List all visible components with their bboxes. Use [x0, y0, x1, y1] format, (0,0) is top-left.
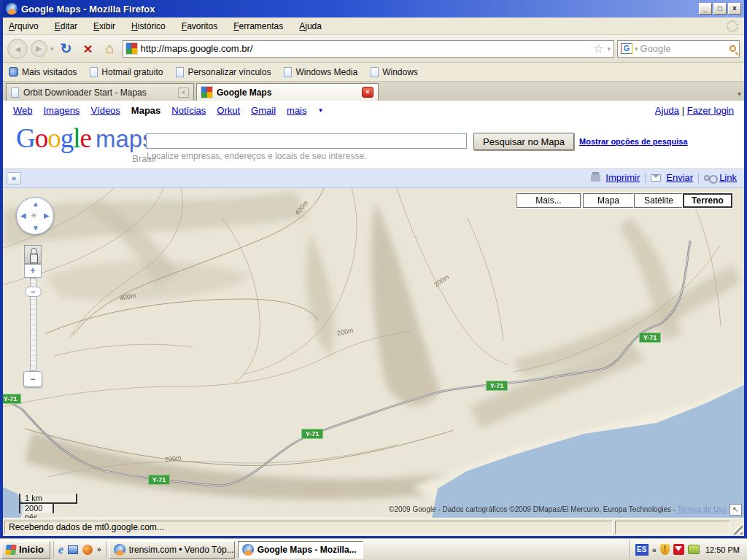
forward-button[interactable]: ▶ — [31, 40, 47, 57]
map-search-button[interactable]: Pesquisar no Mapa — [473, 133, 574, 150]
link-gmail[interactable]: Gmail — [251, 105, 276, 116]
map-type-satelite-button[interactable]: Satélite — [634, 193, 684, 208]
search-engine-icon[interactable]: G — [621, 43, 632, 54]
internet-explorer-icon[interactable]: e — [58, 543, 63, 556]
close-button[interactable]: × — [728, 3, 741, 15]
bookmark-windows-media[interactable]: Windows Media — [284, 67, 357, 77]
menu-ajuda[interactable]: Ajuda — [299, 21, 322, 31]
link-noticias[interactable]: Notícias — [171, 105, 206, 116]
status-bar: Recebendo dados de mt0.google.com... — [3, 518, 744, 536]
map-pan-control[interactable]: ▲ ▼ ◀ ▶ ✳ — [16, 197, 54, 235]
quick-launch-overflow-icon[interactable]: » — [97, 545, 101, 553]
map-canvas[interactable]: Mais... Mapa Satélite Terreno Y-71 Y-71 … — [3, 188, 744, 518]
terms-link[interactable]: Termos de Uso — [678, 505, 727, 513]
title-bar: Google Maps - Mozilla Firefox _ □ × — [3, 0, 744, 18]
zoom-slider-handle[interactable]: − — [25, 287, 42, 297]
menu-historico[interactable]: Histórico — [131, 21, 166, 31]
tab-close-icon[interactable]: × — [362, 87, 374, 98]
pan-up-icon[interactable]: ▲ — [32, 201, 39, 208]
map-type-mapa-button[interactable]: Mapa — [583, 193, 634, 208]
tab-close-icon[interactable]: × — [178, 88, 189, 98]
link-fazer-login[interactable]: Fazer login — [687, 105, 734, 116]
address-bar[interactable]: ☆ ▾ — [123, 40, 614, 58]
back-button[interactable]: ◀ — [7, 39, 28, 59]
language-indicator[interactable]: ES — [635, 544, 649, 556]
logo-letter: l — [73, 123, 80, 153]
tray-app-icon[interactable] — [688, 545, 700, 554]
search-input[interactable]: Google — [640, 43, 727, 54]
list-all-tabs-icon[interactable]: ▾ — [738, 90, 741, 98]
taskbar-button-google-maps[interactable]: Google Maps - Mozilla... — [238, 541, 363, 559]
url-input[interactable] — [141, 43, 590, 54]
link-imagens[interactable]: Imagens — [44, 105, 80, 116]
link-mapas-current: Mapas — [131, 105, 160, 116]
orbit-downloader-icon[interactable] — [82, 545, 93, 555]
map-type-terreno-button[interactable]: Terreno — [683, 193, 732, 208]
stop-icon[interactable]: × — [79, 40, 98, 58]
search-engine-dropdown-icon[interactable]: ▾ — [635, 45, 638, 52]
bookmark-hotmail[interactable]: Hotmail gratuito — [90, 67, 163, 77]
sidebar-expand-icon[interactable]: » — [7, 172, 21, 184]
home-icon[interactable]: ⌂ — [101, 40, 120, 57]
taskbar-button-trensim[interactable]: trensim.com • Vendo Tóp... — [109, 541, 235, 559]
tray-chevron-icon[interactable]: « — [652, 545, 657, 554]
menu-arquivo[interactable]: Arquivo — [9, 21, 39, 31]
map-search-input[interactable] — [146, 133, 467, 149]
tab-bar: Orbit Downloader Start - Mapas × Google … — [3, 82, 744, 101]
search-hint-text: Localize empresas, endereços e locais de… — [147, 151, 367, 161]
maximize-button[interactable]: □ — [713, 3, 727, 15]
map-more-button[interactable]: Mais... — [516, 193, 581, 208]
bookmark-star-icon[interactable]: ☆ — [593, 42, 603, 55]
email-icon — [651, 174, 661, 182]
security-shield-icon[interactable]: ! — [660, 544, 670, 555]
link-web[interactable]: Web — [13, 105, 33, 116]
menu-ferramentas[interactable]: Ferramentas — [233, 21, 283, 31]
imprimir-link[interactable]: Imprimir — [605, 172, 640, 183]
start-button[interactable]: Inicio — [1, 541, 50, 559]
pan-down-icon[interactable]: ▼ — [32, 225, 39, 232]
mail-app-icon[interactable] — [68, 545, 78, 554]
progress-area — [615, 521, 730, 534]
menu-editar[interactable]: Editar — [55, 21, 77, 31]
enviar-link[interactable]: Enviar — [666, 172, 693, 183]
link-link[interactable]: Link — [719, 172, 737, 183]
tab-google-maps[interactable]: Google Maps × — [196, 83, 379, 101]
link-videos[interactable]: Vídeos — [90, 105, 120, 116]
link-mais[interactable]: mais — [287, 105, 306, 116]
link-orkut[interactable]: Orkut — [217, 105, 240, 116]
menu-favoritos[interactable]: Favoritos — [182, 21, 217, 31]
bookmark-personalizar[interactable]: Personalizar vínculos — [176, 67, 271, 77]
resize-grip[interactable] — [732, 521, 743, 534]
pan-right-icon[interactable]: ▶ — [44, 212, 50, 219]
search-icon[interactable] — [729, 45, 736, 52]
road-badge-y71: Y-71 — [639, 332, 661, 343]
google-maps-favicon — [201, 87, 212, 98]
firefox-icon — [6, 3, 18, 15]
menu-exibir[interactable]: Exibir — [93, 21, 115, 31]
zoom-out-button[interactable]: − — [23, 371, 42, 387]
search-options-link[interactable]: Mostrar opções de pesquisa — [579, 137, 688, 146]
throbber-icon — [727, 20, 738, 32]
mais-dropdown-icon[interactable]: ▼ — [318, 107, 324, 114]
map-scale: 1 km 2000 pés — [19, 494, 77, 513]
terrain-map-svg — [3, 188, 744, 518]
collapse-corner-icon[interactable]: ↖ — [729, 504, 742, 516]
minimize-button[interactable]: _ — [699, 3, 712, 15]
bookmark-mais-visitados[interactable]: Mais visitados — [9, 67, 77, 77]
zoom-in-button[interactable]: + — [24, 264, 42, 278]
google-links-bar: Web Imagens Vídeos Mapas Notícias Orkut … — [13, 105, 323, 116]
bookmark-windows[interactable]: Windows — [371, 67, 418, 77]
pan-left-icon[interactable]: ◀ — [20, 212, 26, 219]
menu-bar: Arquivo Editar Exibir Histórico Favorito… — [3, 18, 744, 35]
taskbar: Inicio e » trensim.com • Vendo Tóp... Go… — [0, 538, 747, 560]
reload-icon[interactable]: ↻ — [57, 40, 76, 57]
map-toolbar-links: Imprimir Enviar Link — [591, 172, 737, 183]
urlbar-dropdown-icon[interactable]: ▾ — [607, 45, 611, 52]
link-ajuda[interactable]: Ajuda — [655, 105, 679, 116]
page-icon — [176, 67, 184, 77]
history-dropdown-icon[interactable]: ▾ — [50, 45, 54, 52]
antivirus-icon[interactable] — [673, 544, 684, 555]
web-search-box[interactable]: G ▾ Google — [617, 40, 740, 58]
street-view-pegman[interactable] — [24, 245, 42, 264]
tab-orbit-downloader[interactable]: Orbit Downloader Start - Mapas × — [6, 83, 194, 101]
